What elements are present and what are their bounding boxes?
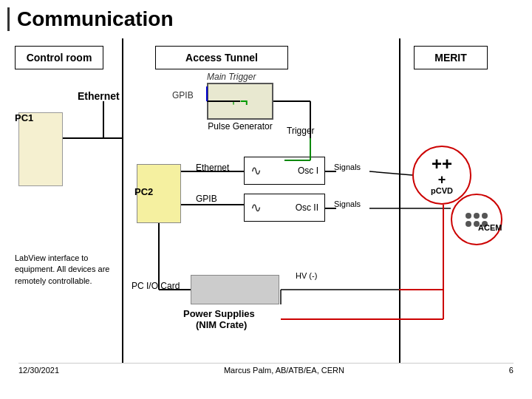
access-tunnel-box: Access Tunnel xyxy=(155,46,288,69)
signals-label-2: Signals xyxy=(334,200,361,208)
pulse-symbol: ⌐¬ xyxy=(232,94,248,109)
acem-dot xyxy=(482,213,488,219)
footer-date: 12/30/2021 xyxy=(18,366,59,375)
ethernet-label-2: Ethernet xyxy=(196,163,229,173)
page-title: Communication xyxy=(7,7,525,31)
oscilloscope-2: ∿ Osc II xyxy=(244,194,325,222)
gpib-label-2: GPIB xyxy=(196,194,217,204)
acem-dot xyxy=(466,213,471,219)
access-tunnel-label: Access Tunnel xyxy=(185,52,258,64)
footer-page: 6 xyxy=(509,366,514,375)
pulse-generator-label: Pulse Generator xyxy=(203,121,277,132)
pcvd-label: pCVD xyxy=(431,186,453,195)
trigger-label: Trigger xyxy=(287,126,315,136)
control-room-label: Control room xyxy=(27,52,92,64)
pcvd-plus-icon-2: + xyxy=(438,173,446,186)
power-supplies-label: Power Supplies xyxy=(183,308,255,319)
footer: 12/30/2021 Marcus Palm, AB/ATB/EA, CERN … xyxy=(18,363,514,375)
pc1-block xyxy=(18,112,63,186)
pcio-card xyxy=(191,275,279,304)
pulse-generator: ⌐¬ xyxy=(207,83,273,120)
acem-dot xyxy=(474,213,480,219)
acem-dot xyxy=(466,221,471,227)
acem-label: ACEM xyxy=(478,223,502,232)
pc1-label: PC1 xyxy=(15,112,33,123)
oscilloscope-1: ∿ Osc I xyxy=(244,157,325,185)
pcvd-detector: ++ + pCVD xyxy=(412,146,471,205)
svg-line-11 xyxy=(369,171,412,175)
ethernet-label: Ethernet xyxy=(78,90,120,102)
control-room-box: Control room xyxy=(15,46,103,69)
osc2-label: Osc II xyxy=(296,202,318,213)
footer-author: Marcus Palm, AB/ATB/EA, CERN xyxy=(224,366,344,375)
pc2-label: PC2 xyxy=(134,186,153,197)
pcvd-plus-icon: ++ xyxy=(432,155,452,173)
divider-left xyxy=(122,38,123,364)
merit-box: MERIT xyxy=(414,46,488,69)
merit-label: MERIT xyxy=(434,52,467,64)
divider-right xyxy=(399,38,400,364)
sine-icon-2: ∿ xyxy=(250,200,262,216)
nim-crate-label: (NIM Crate) xyxy=(196,319,247,330)
gpib-top-label: GPIB xyxy=(172,90,194,100)
signals-label-1: Signals xyxy=(334,163,361,171)
pcio-label: PC I/O Card xyxy=(132,281,180,291)
acem-detector xyxy=(451,194,502,245)
osc1-label: Osc I xyxy=(298,166,318,176)
hv-label: HV (-) xyxy=(296,271,317,280)
main-trigger-label: Main Trigger xyxy=(207,72,256,82)
labview-description: LabView interface to equipment. All devi… xyxy=(15,253,111,287)
sine-icon-1: ∿ xyxy=(250,163,262,179)
